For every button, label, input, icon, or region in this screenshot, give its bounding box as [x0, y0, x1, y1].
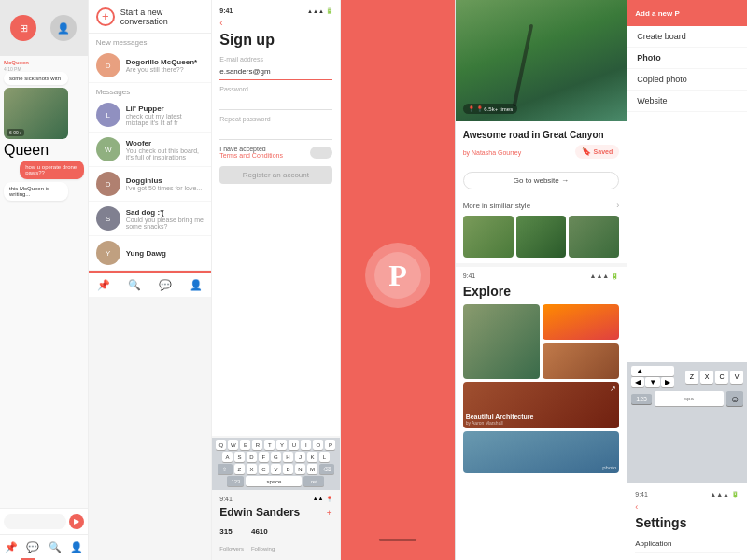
key-m[interactable]: M [307, 464, 317, 474]
similar-thumb-3[interactable] [569, 216, 619, 258]
new-convo-plus-icon[interactable]: + [96, 7, 115, 26]
key-shift[interactable]: ⇧ [218, 464, 233, 474]
key-u[interactable]: U [289, 440, 299, 450]
key-t[interactable]: T [264, 440, 275, 450]
explore-thumb-sunset[interactable] [543, 304, 619, 340]
terms-link[interactable]: Terms and Conditions [219, 152, 283, 159]
key-h[interactable]: H [283, 452, 293, 462]
key-return[interactable]: ret [303, 476, 324, 486]
explore-thumb-architecture[interactable]: ↗ Beautiful Architecture by Aaron Marsha… [463, 382, 620, 428]
add-item-photo[interactable]: Photo [627, 48, 747, 69]
key-d[interactable]: D [247, 452, 257, 462]
conv-item-yung-dawg[interactable]: Y Yung Dawg [89, 236, 212, 271]
profile-location-icon[interactable]: 📍 [326, 496, 332, 502]
col2-nav-chat[interactable]: 💬 [159, 279, 172, 291]
key-l[interactable]: L [319, 452, 330, 462]
explore-thumb-beach[interactable]: photo [463, 431, 620, 473]
settings-back-button[interactable]: ‹ [635, 502, 740, 511]
settings-title: Settings [635, 515, 740, 530]
nav-messages-icon[interactable]: 💬 [26, 541, 39, 553]
email-input[interactable] [219, 63, 331, 80]
key-z[interactable]: Z [234, 464, 245, 474]
repeat-password-input[interactable] [219, 123, 331, 140]
key-123[interactable]: 123 [631, 394, 652, 404]
key-c2[interactable]: C [715, 371, 728, 384]
key-a[interactable]: A [222, 452, 233, 462]
pin-info-section: Awesome road in Great Canyon by Natasha … [456, 121, 627, 166]
key-o[interactable]: O [313, 440, 323, 450]
goto-website-button[interactable]: Go to website → [463, 172, 620, 189]
key-down[interactable]: ▼ [645, 377, 660, 387]
key-r[interactable]: R [252, 440, 262, 450]
key-backspace[interactable]: ⌫ [319, 464, 334, 474]
similar-thumb-2[interactable] [516, 216, 567, 258]
explore-thumb-oranges[interactable] [543, 343, 619, 379]
key-q[interactable]: Q [216, 440, 226, 450]
conv-item-woofer[interactable]: W Woofer You check out this board, it's … [89, 133, 212, 167]
key-space[interactable]: space [246, 476, 302, 486]
password-input[interactable] [219, 93, 331, 110]
key-i[interactable]: I [301, 440, 311, 450]
add-item-create-board[interactable]: Create board [627, 26, 747, 48]
settings-item-application[interactable]: Application [635, 536, 740, 553]
kb-bottom-bar: 123 spa ☺ [631, 391, 743, 406]
nav-user-icon[interactable]: 👤 [70, 541, 83, 553]
nav-search-icon[interactable]: 🔍 [49, 541, 62, 553]
key-v2[interactable]: V [730, 371, 743, 384]
key-b[interactable]: B [283, 464, 293, 474]
saved-badge[interactable]: 🔖 Saved [575, 145, 620, 159]
kb-zcxv-row: Z X C V [685, 371, 743, 384]
similar-thumb-1[interactable] [463, 216, 514, 258]
profile-add-icon[interactable]: + [327, 508, 332, 518]
key-p[interactable]: P [325, 440, 335, 450]
kb-row-2: A S D F G H J K L [214, 452, 337, 462]
message-input[interactable] [4, 514, 66, 529]
key-x[interactable]: X [247, 464, 257, 474]
key-x2[interactable]: X [700, 371, 713, 384]
key-c[interactable]: C [259, 464, 269, 474]
followers-label: Followers [219, 546, 244, 552]
key-s[interactable]: S [234, 452, 245, 462]
profile-header: 9:41 ▲▲ 📍 [219, 496, 331, 502]
key-f[interactable]: F [259, 452, 269, 462]
col2-nav-user[interactable]: 👤 [190, 279, 203, 291]
nav-profile-icon[interactable]: 👤 [50, 15, 77, 41]
key-123[interactable]: 123 [227, 476, 244, 486]
back-button[interactable]: ‹ [219, 18, 331, 28]
key-right[interactable]: ▶ [661, 377, 674, 387]
nav-pin-icon[interactable]: 📌 [5, 541, 18, 553]
col2-nav-pin[interactable]: 📌 [97, 279, 110, 291]
conversation-dogorillo[interactable]: D Dogorillo McQueen* Are you still there… [89, 49, 212, 83]
send-button[interactable]: ▶ [69, 514, 84, 529]
home-indicator [379, 539, 416, 541]
key-up[interactable]: ▲ [631, 366, 674, 376]
register-button[interactable]: Register an account [219, 166, 331, 184]
key-emoji[interactable]: ☺ [726, 391, 743, 406]
kb-row-3: ⇧ Z X C V B N M ⌫ [214, 464, 337, 474]
key-g[interactable]: G [271, 452, 281, 462]
key-space2[interactable]: spa [655, 391, 724, 406]
chat-sender-name: McQueen [4, 60, 84, 65]
key-y[interactable]: Y [276, 440, 287, 450]
key-w[interactable]: W [228, 440, 238, 450]
key-j[interactable]: J [295, 452, 305, 462]
explore-thumb-canyon[interactable] [463, 304, 540, 379]
key-left[interactable]: ◀ [631, 377, 644, 387]
new-conversation-bar[interactable]: + Start a new conversation [89, 0, 212, 34]
add-item-website[interactable]: Website [627, 91, 747, 112]
terms-toggle[interactable] [310, 147, 332, 159]
conv-item-sad-dog[interactable]: S Sad dog :'( Could you please bring me … [89, 202, 212, 236]
key-z2[interactable]: Z [685, 371, 698, 384]
chat-bubble-incoming-2: this McQueen is writing... [4, 182, 68, 201]
col2-nav-search[interactable]: 🔍 [128, 279, 141, 291]
chevron-right-icon[interactable]: › [616, 201, 619, 210]
nav-home-icon[interactable]: ⊞ [10, 15, 36, 41]
key-n[interactable]: N [295, 464, 305, 474]
conv-item-lil-pupper[interactable]: L Lil' Pupper check out my latest mixtap… [89, 98, 212, 133]
key-v[interactable]: V [271, 464, 281, 474]
conv-item-dogginius[interactable]: D Dogginius I've got 50 times for love..… [89, 167, 212, 202]
key-k[interactable]: K [307, 452, 317, 462]
key-e[interactable]: E [240, 440, 250, 450]
add-item-copied-photo[interactable]: Copied photo [627, 69, 747, 91]
conv-text-dogorillo: Dogorillo McQueen* Are you still there?? [126, 58, 197, 73]
